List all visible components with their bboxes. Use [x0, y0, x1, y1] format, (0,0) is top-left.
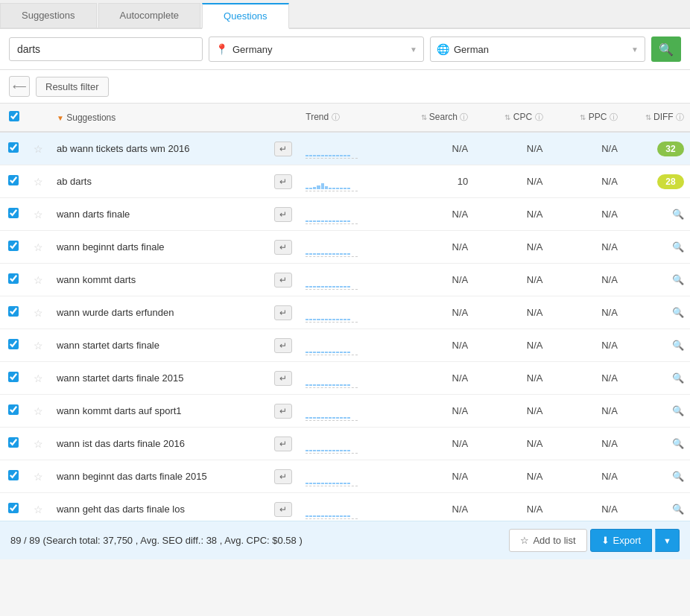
- header-trend[interactable]: Trend ⓘ: [300, 104, 399, 132]
- star-icon[interactable]: ☆: [34, 372, 43, 384]
- cell-ppc: N/A: [549, 329, 624, 362]
- location-select[interactable]: 📍 Germany ▼: [209, 36, 424, 62]
- diff-badge: 28: [657, 174, 684, 189]
- keyword-link[interactable]: wann kommt darts: [57, 274, 136, 285]
- tab-suggestions[interactable]: Suggestions: [0, 3, 97, 28]
- row-checkbox[interactable]: [8, 339, 19, 349]
- header-suggestions[interactable]: ▼ Suggestions: [51, 104, 267, 132]
- diff-search-icon[interactable]: 🔍: [672, 307, 684, 318]
- diff-search-icon[interactable]: 🔍: [672, 471, 684, 482]
- star-icon[interactable]: ☆: [34, 340, 43, 352]
- results-filter-button[interactable]: Results filter: [36, 77, 109, 97]
- row-checkbox[interactable]: [8, 208, 19, 218]
- row-action-button[interactable]: ↵: [274, 142, 292, 156]
- tab-questions[interactable]: Questions: [202, 3, 289, 29]
- language-select[interactable]: 🌐 German ▼: [430, 36, 645, 62]
- keyword-input[interactable]: [9, 37, 203, 61]
- star-icon[interactable]: ☆: [34, 176, 43, 188]
- tab-autocomplete[interactable]: Autocomplete: [98, 3, 201, 28]
- search-icon: 🔍: [659, 42, 674, 57]
- star-icon[interactable]: ☆: [34, 438, 43, 450]
- cell-search: 10: [399, 165, 474, 198]
- trend-sparkline: [306, 434, 350, 451]
- table-row: ☆wann darts finale↵N/AN/AN/A🔍: [0, 198, 690, 231]
- row-checkbox[interactable]: [8, 404, 19, 415]
- cpc-info-icon: ⓘ: [535, 112, 543, 121]
- diff-search-icon[interactable]: 🔍: [672, 274, 684, 285]
- row-checkbox[interactable]: [8, 470, 19, 480]
- star-icon[interactable]: ☆: [34, 307, 43, 319]
- row-action-button[interactable]: ↵: [274, 207, 292, 222]
- star-icon[interactable]: ☆: [34, 143, 43, 155]
- header-search[interactable]: ⇅ Search ⓘ: [399, 104, 474, 132]
- row-checkbox[interactable]: [8, 372, 19, 382]
- table-row: ☆ab wann tickets darts wm 2016↵N/AN/AN/A…: [0, 132, 690, 165]
- table-row: ☆wann beginnt darts finale↵N/AN/AN/A🔍: [0, 231, 690, 264]
- keyword-link[interactable]: wann geht das darts finale los: [57, 504, 185, 515]
- keyword-link[interactable]: wann beginnt darts finale: [57, 241, 165, 253]
- export-button[interactable]: ⬇ Export: [590, 529, 653, 552]
- star-icon[interactable]: ☆: [34, 471, 43, 483]
- row-action-button[interactable]: ↵: [274, 240, 292, 255]
- keyword-link[interactable]: wann ist das darts finale 2016: [57, 438, 185, 449]
- add-to-list-button[interactable]: ☆ Add to list: [509, 529, 586, 552]
- cell-diff: 🔍: [624, 362, 690, 395]
- diff-search-icon[interactable]: 🔍: [672, 241, 684, 253]
- row-action-button[interactable]: ↵: [274, 371, 292, 386]
- keyword-link[interactable]: wann wurde darts erfunden: [57, 307, 174, 318]
- header-cpc[interactable]: ⇅ CPC ⓘ: [474, 104, 548, 132]
- keyword-link[interactable]: wann startet darts finale 2015: [57, 372, 184, 384]
- row-action-button[interactable]: ↵: [274, 174, 292, 189]
- diff-search-icon[interactable]: 🔍: [672, 504, 684, 515]
- row-checkbox[interactable]: [8, 306, 19, 317]
- row-checkbox[interactable]: [8, 241, 19, 251]
- keyword-link[interactable]: wann darts finale: [57, 209, 130, 220]
- filter-icon-btn[interactable]: ⟵: [9, 76, 30, 97]
- row-action-button[interactable]: ↵: [274, 273, 292, 288]
- row-checkbox[interactable]: [8, 175, 19, 185]
- diff-search-icon[interactable]: 🔍: [672, 340, 684, 351]
- diff-search-icon[interactable]: 🔍: [672, 438, 684, 449]
- row-action-button[interactable]: ↵: [274, 502, 292, 517]
- row-checkbox[interactable]: [8, 437, 19, 448]
- star-icon[interactable]: ☆: [34, 504, 43, 515]
- row-action-button[interactable]: ↵: [274, 436, 292, 451]
- row-action-button[interactable]: ↵: [274, 469, 292, 484]
- row-action-button[interactable]: ↵: [274, 338, 292, 353]
- table-row: ☆wann wurde darts erfunden↵N/AN/AN/A🔍: [0, 296, 690, 329]
- header-ppc[interactable]: ⇅ PPC ⓘ: [549, 104, 624, 132]
- row-action-button[interactable]: ↵: [274, 404, 292, 419]
- keyword-link[interactable]: ab darts: [57, 176, 92, 187]
- cell-diff: 🔍: [624, 329, 690, 362]
- select-all-checkbox[interactable]: [9, 111, 19, 121]
- location-icon: 📍: [215, 43, 228, 55]
- cell-ppc: N/A: [549, 264, 624, 296]
- diff-search-icon[interactable]: 🔍: [672, 405, 684, 416]
- star-icon[interactable]: ☆: [34, 241, 43, 253]
- star-icon[interactable]: ☆: [34, 209, 43, 220]
- export-dropdown-button[interactable]: ▼: [655, 529, 680, 552]
- row-action-button[interactable]: ↵: [274, 305, 292, 320]
- header-diff[interactable]: ⇅ DIFF ⓘ: [624, 104, 690, 132]
- cell-diff: 🔍: [624, 493, 690, 521]
- diff-search-icon[interactable]: 🔍: [672, 372, 684, 384]
- search-button[interactable]: 🔍: [651, 36, 681, 62]
- row-checkbox[interactable]: [8, 142, 19, 153]
- row-checkbox[interactable]: [8, 273, 19, 284]
- keyword-link[interactable]: ab wann tickets darts wm 2016: [57, 143, 189, 154]
- header-checkbox-col[interactable]: [0, 104, 27, 132]
- table-scroll[interactable]: ▼ Suggestions Trend ⓘ ⇅ Search ⓘ: [0, 104, 690, 521]
- chevron-down-icon: ▼: [663, 536, 671, 545]
- cell-search: N/A: [399, 329, 474, 362]
- keyword-link[interactable]: wann beginnt das darts finale 2015: [57, 471, 207, 482]
- table-row: ☆wann geht das darts finale los↵N/AN/AN/…: [0, 493, 690, 521]
- keyword-link[interactable]: wann kommt darts auf sport1: [57, 405, 182, 416]
- star-icon[interactable]: ☆: [34, 405, 43, 417]
- diff-search-icon[interactable]: 🔍: [672, 209, 684, 220]
- table-row: ☆wann beginnt das darts finale 2015↵N/AN…: [0, 460, 690, 493]
- star-icon[interactable]: ☆: [34, 274, 43, 286]
- sort-down-icon: ▼: [57, 114, 64, 122]
- keyword-link[interactable]: wann startet darts finale: [57, 340, 159, 351]
- footer-cpc-label: , Avg. CPC:: [220, 535, 273, 546]
- row-checkbox[interactable]: [8, 503, 19, 513]
